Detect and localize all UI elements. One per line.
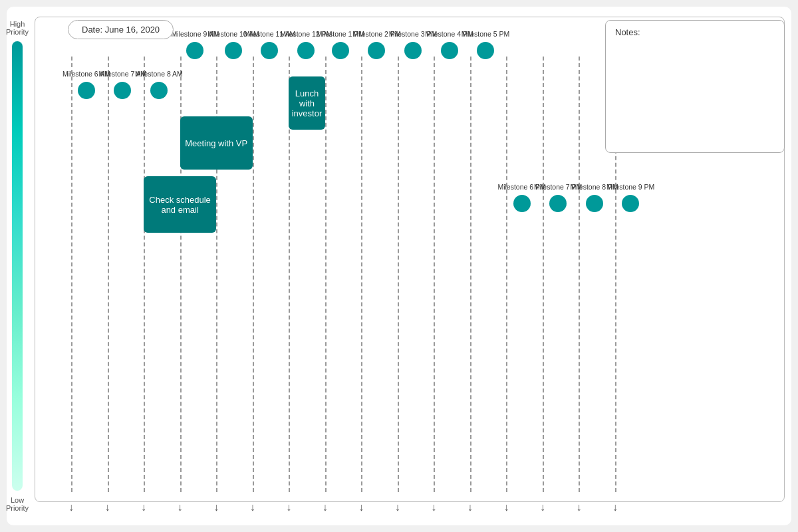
milestone-circle: [622, 195, 639, 212]
arrow-h11am: ↓: [250, 501, 255, 513]
notes-box[interactable]: Notes:: [605, 20, 785, 153]
dashed-line-h8pm: [579, 57, 580, 492]
notes-label: Notes:: [615, 27, 640, 37]
milestone-circle: [261, 42, 278, 59]
milestone-circle: [297, 42, 315, 59]
low-priority-label: Low Priority: [6, 496, 29, 512]
milestone-circle: [332, 42, 349, 59]
milestone-circle: [477, 42, 494, 59]
date-box: Date: June 16, 2020: [68, 20, 174, 39]
dashed-line-h1pm: [325, 57, 327, 492]
event-lunch-with-investor[interactable]: Lunch with investor: [289, 76, 325, 130]
arrow-h7pm: ↓: [540, 501, 545, 513]
dashed-line-h6am: [71, 57, 72, 492]
arrow-h7am: ↓: [105, 501, 110, 513]
milestone-circle: [513, 195, 531, 212]
dashed-line-h8am: [144, 57, 145, 492]
priority-bar: High Priority Low Priority: [7, 7, 28, 525]
arrow-h12pm: ↓: [286, 501, 291, 513]
dashed-line-h3pm: [398, 57, 399, 492]
arrow-h5pm: ↓: [467, 501, 473, 513]
dashed-line-h6pm: [506, 57, 507, 492]
milestone-circle: [186, 42, 203, 59]
milestone-circle: [441, 42, 458, 59]
arrow-h3pm: ↓: [395, 501, 400, 513]
high-priority-label: High Priority: [6, 20, 29, 36]
milestone-label: Milestone 9 PM: [606, 183, 654, 192]
milestone-circle: [404, 42, 422, 59]
milestone-circle: [78, 82, 95, 99]
event-meeting-with-vp[interactable]: Meeting with VP: [180, 116, 253, 170]
milestone-circle: [549, 195, 567, 212]
arrow-h9pm: ↓: [612, 501, 618, 513]
dashed-line-h5pm: [470, 57, 471, 492]
milestone-circle: [225, 42, 242, 59]
arrow-h6pm: ↓: [503, 501, 509, 513]
milestone-label: Milestone 8 AM: [135, 70, 183, 79]
arrow-h8pm: ↓: [576, 501, 581, 513]
arrow-h2pm: ↓: [358, 501, 364, 513]
timeline-main: Date: June 16, 2020 Notes: ↓6 AM↓7 AM↓8 …: [28, 7, 791, 525]
milestone-label: Milestone 5 PM: [462, 30, 509, 39]
milestone-milestone-8-am: Milestone 8 AM: [135, 70, 183, 99]
dashed-line-h2pm: [361, 57, 362, 492]
arrow-h10am: ↓: [213, 501, 219, 513]
arrow-h4pm: ↓: [431, 501, 436, 513]
milestone-milestone-9-pm: Milestone 9 PM: [606, 183, 654, 212]
milestone-circle: [368, 42, 385, 59]
priority-gradient: [12, 41, 23, 491]
milestone-milestone-5-pm: Milestone 5 PM: [462, 30, 509, 59]
arrow-h8am: ↓: [141, 501, 146, 513]
milestone-circle: [586, 195, 603, 212]
event-check-schedule-and-email[interactable]: Check schedule and email: [144, 176, 216, 233]
milestone-circle: [150, 82, 168, 99]
dashed-line-h11am: [253, 57, 254, 492]
main-container: High Priority Low Priority Date: June 16…: [7, 7, 791, 525]
arrow-h9am: ↓: [178, 501, 183, 513]
dashed-line-h4pm: [434, 57, 435, 492]
date-label: Date: June 16, 2020: [82, 25, 160, 35]
milestone-circle: [114, 82, 131, 99]
dashed-line-h7am: [108, 57, 109, 492]
arrow-h6am: ↓: [68, 501, 74, 513]
arrow-h1pm: ↓: [323, 501, 328, 513]
dashed-line-h7pm: [543, 57, 544, 492]
